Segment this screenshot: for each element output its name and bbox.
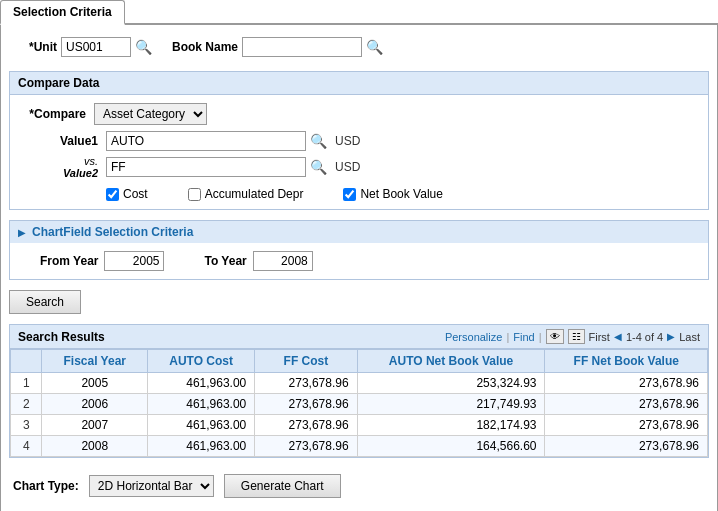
cell-ff-cost: 273,678.96 (255, 415, 357, 436)
personalize-link[interactable]: Personalize (445, 331, 502, 343)
compare-data-body: *Compare Asset Category Book Cost Type D… (10, 95, 708, 209)
cell-fiscal-year: 2008 (42, 436, 148, 457)
chartfield-header[interactable]: ▶ ChartField Selection Criteria (10, 221, 708, 243)
unit-label: *Unit (29, 40, 57, 54)
compare-data-section: Compare Data *Compare Asset Category Boo… (9, 71, 709, 210)
cell-ff-nbv: 273,678.96 (545, 373, 708, 394)
accum-depr-label: Accumulated Depr (205, 187, 304, 201)
cell-ff-cost: 273,678.96 (255, 394, 357, 415)
tab-selection-criteria[interactable]: Selection Criteria (0, 0, 125, 25)
value2-currency: USD (335, 160, 360, 174)
nav-first[interactable]: First (589, 331, 610, 343)
net-book-value-checkbox[interactable] (343, 188, 356, 201)
to-year-input[interactable] (253, 251, 313, 271)
cell-auto-nbv: 182,174.93 (357, 415, 545, 436)
chart-type-row: Chart Type: 2D Horizontal Bar 2D Vertica… (9, 468, 709, 504)
chartfield-section: ▶ ChartField Selection Criteria From Yea… (9, 220, 709, 280)
find-link[interactable]: Find (513, 331, 534, 343)
bookname-label: Book Name (172, 40, 238, 54)
from-year-input[interactable] (104, 251, 164, 271)
results-nav: Personalize | Find | 👁 ☷ First ◀ 1-4 of … (445, 329, 700, 344)
cell-row-num: 2 (11, 394, 42, 415)
chart-type-select[interactable]: 2D Horizontal Bar 2D Vertical Bar 2D Lin… (89, 475, 214, 497)
value1-currency: USD (335, 134, 360, 148)
from-year-field: From Year (40, 251, 164, 271)
cell-fiscal-year: 2006 (42, 394, 148, 415)
cell-auto-cost: 461,963.00 (148, 436, 255, 457)
unit-lookup-icon[interactable]: 🔍 (135, 39, 152, 55)
net-book-value-label: Net Book Value (360, 187, 443, 201)
results-header: Search Results Personalize | Find | 👁 ☷ … (10, 325, 708, 349)
cell-ff-nbv: 273,678.96 (545, 415, 708, 436)
expand-triangle-icon: ▶ (18, 227, 26, 238)
tab-bar: Selection Criteria (0, 0, 718, 25)
table-row: 2 2006 461,963.00 273,678.96 217,749.93 … (11, 394, 708, 415)
cell-row-num: 3 (11, 415, 42, 436)
nav-last[interactable]: Last (679, 331, 700, 343)
nav-count: 1-4 of 4 (626, 331, 663, 343)
bookname-field-group: Book Name 🔍 (172, 37, 383, 57)
unit-input[interactable] (61, 37, 131, 57)
net-book-value-checkbox-item: Net Book Value (343, 187, 443, 201)
cost-label: Cost (123, 187, 148, 201)
year-row: From Year To Year (10, 243, 708, 279)
from-year-label: From Year (40, 254, 98, 268)
accum-depr-checkbox-item: Accumulated Depr (188, 187, 304, 201)
accum-depr-checkbox[interactable] (188, 188, 201, 201)
bookname-input[interactable] (242, 37, 362, 57)
nav-prev-icon[interactable]: ◀ (614, 331, 622, 342)
results-title: Search Results (18, 330, 105, 344)
unit-row: *Unit 🔍 Book Name 🔍 (9, 33, 709, 61)
col-ff-nbv: FF Net Book Value (545, 350, 708, 373)
cell-ff-cost: 273,678.96 (255, 373, 357, 394)
bookname-lookup-icon[interactable]: 🔍 (366, 39, 383, 55)
to-year-field: To Year (204, 251, 312, 271)
compare-label: *Compare (26, 107, 86, 121)
to-year-label: To Year (204, 254, 246, 268)
value1-lookup-icon[interactable]: 🔍 (310, 133, 327, 149)
cell-auto-cost: 461,963.00 (148, 415, 255, 436)
compare-row: *Compare Asset Category Book Cost Type D… (26, 103, 692, 125)
cost-checkbox-item: Cost (106, 187, 148, 201)
compare-data-header: Compare Data (10, 72, 708, 95)
cell-ff-nbv: 273,678.96 (545, 436, 708, 457)
table-row: 3 2007 461,963.00 273,678.96 182,174.93 … (11, 415, 708, 436)
table-row: 4 2008 461,963.00 273,678.96 164,566.60 … (11, 436, 708, 457)
value2-row: vs.Value2 🔍 USD (26, 155, 692, 179)
cell-row-num: 1 (11, 373, 42, 394)
compare-select[interactable]: Asset Category Book Cost Type Department… (94, 103, 207, 125)
chartfield-link[interactable]: ChartField Selection Criteria (32, 225, 193, 239)
table-row: 1 2005 461,963.00 273,678.96 253,324.93 … (11, 373, 708, 394)
search-results-container: Search Results Personalize | Find | 👁 ☷ … (9, 324, 709, 458)
results-table: Fiscal Year AUTO Cost FF Cost AUTO Net B… (10, 349, 708, 457)
generate-chart-button[interactable]: Generate Chart (224, 474, 341, 498)
cell-row-num: 4 (11, 436, 42, 457)
grid-icon-btn[interactable]: ☷ (568, 329, 585, 344)
nav-next-icon[interactable]: ▶ (667, 331, 675, 342)
view-icon-btn[interactable]: 👁 (546, 329, 564, 344)
unit-field-group: *Unit 🔍 (29, 37, 152, 57)
col-fiscal-year: Fiscal Year (42, 350, 148, 373)
col-auto-nbv: AUTO Net Book Value (357, 350, 545, 373)
value1-row: Value1 🔍 USD (26, 131, 692, 151)
cell-auto-nbv: 217,749.93 (357, 394, 545, 415)
value1-input[interactable] (106, 131, 306, 151)
col-ff-cost: FF Cost (255, 350, 357, 373)
col-auto-cost: AUTO Cost (148, 350, 255, 373)
cell-fiscal-year: 2007 (42, 415, 148, 436)
search-button[interactable]: Search (9, 290, 81, 314)
chart-type-label: Chart Type: (13, 479, 79, 493)
page-content: *Unit 🔍 Book Name 🔍 Compare Data *Compar… (0, 25, 718, 511)
cell-ff-nbv: 273,678.96 (545, 394, 708, 415)
col-row-num (11, 350, 42, 373)
table-header-row: Fiscal Year AUTO Cost FF Cost AUTO Net B… (11, 350, 708, 373)
value1-label: Value1 (26, 134, 106, 148)
value2-input[interactable] (106, 157, 306, 177)
value2-lookup-icon[interactable]: 🔍 (310, 159, 327, 175)
cell-auto-cost: 461,963.00 (148, 394, 255, 415)
cost-checkbox[interactable] (106, 188, 119, 201)
cell-auto-nbv: 164,566.60 (357, 436, 545, 457)
cell-auto-nbv: 253,324.93 (357, 373, 545, 394)
cell-ff-cost: 273,678.96 (255, 436, 357, 457)
vs-label: vs.Value2 (26, 155, 106, 179)
